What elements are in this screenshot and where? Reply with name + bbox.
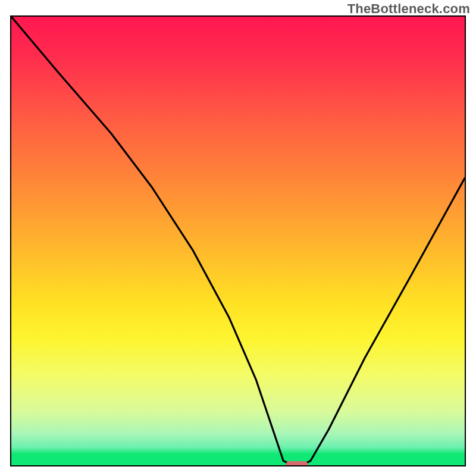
chart-canvas: TheBottleneck.com bbox=[0, 0, 476, 476]
optimal-point-marker bbox=[286, 461, 308, 466]
watermark-label: TheBottleneck.com bbox=[347, 1, 470, 17]
bottleneck-curve-plot bbox=[11, 17, 465, 465]
chart-frame bbox=[10, 15, 466, 466]
bottleneck-curve bbox=[11, 17, 465, 465]
